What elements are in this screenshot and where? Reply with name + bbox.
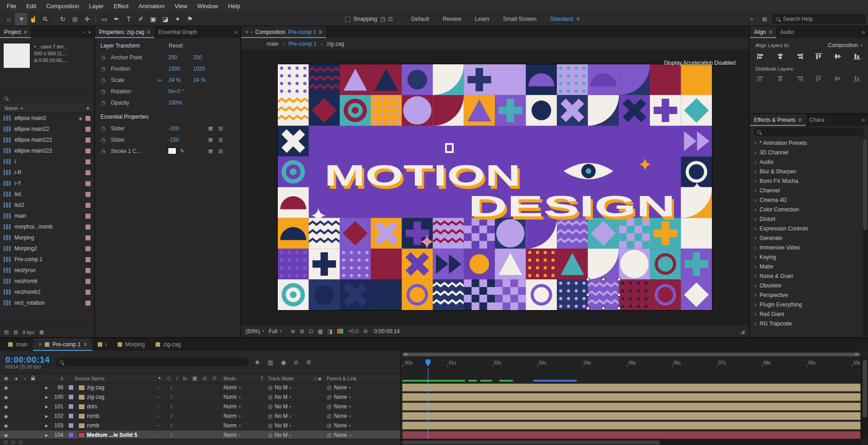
workspace-review[interactable]: Review: [436, 16, 468, 22]
expand-icon[interactable]: ›: [754, 263, 756, 270]
tab-align[interactable]: Align ≡: [750, 26, 776, 38]
expand-icon[interactable]: ›: [754, 244, 756, 251]
layer-expander[interactable]: ▸: [42, 402, 52, 411]
effects-category-audio[interactable]: ›Audio: [750, 157, 868, 167]
add-to-graph-icon[interactable]: ▦: [208, 137, 213, 143]
layer-row-102[interactable]: ◉▸102romb•/Norm▾@No M▾@None▾: [0, 412, 400, 421]
stopwatch-icon[interactable]: ◷: [101, 137, 111, 143]
effects-category-matte[interactable]: ›Matte: [750, 262, 868, 271]
effects-category-obsolete[interactable]: ›Obsolete: [750, 281, 868, 290]
tool-orbit[interactable]: ↻: [57, 13, 69, 25]
tool-camera[interactable]: ◎: [69, 13, 81, 25]
canvas-artwork[interactable]: MOTIONMOTIONDESIGNDESIGN: [278, 64, 712, 310]
menu-window[interactable]: Window: [192, 0, 223, 12]
property-value[interactable]: -150: [168, 137, 193, 143]
effects-category-noise-grain[interactable]: ›Noise & Grain: [750, 271, 868, 281]
timeline-vertical-scrollbar[interactable]: [861, 359, 868, 439]
more-workspaces-icon[interactable]: »: [746, 16, 757, 22]
effects-search-input[interactable]: [754, 128, 864, 136]
expand-icon[interactable]: ›: [754, 149, 756, 156]
column-mode[interactable]: Mode: [221, 374, 257, 383]
more-tabs-icon[interactable]: »: [85, 26, 94, 38]
blend-mode-dropdown[interactable]: Norm▾: [221, 431, 257, 439]
expand-icon[interactable]: ›: [754, 139, 756, 146]
workspace-learn[interactable]: Learn: [468, 16, 496, 22]
project-item-list2[interactable]: list2: [0, 200, 94, 211]
timeline-tab-pre-comp-1[interactable]: ×Pre-comp 1≡: [33, 338, 92, 351]
layer-bar-103[interactable]: [402, 421, 861, 430]
layer-expander[interactable]: ▸: [42, 383, 52, 392]
add-to-graph-icon[interactable]: ▦: [208, 125, 213, 131]
effects-category-perspective[interactable]: ›Perspective: [750, 290, 868, 300]
layer-name[interactable]: zig-zag: [87, 392, 154, 402]
stopwatch-icon[interactable]: ◷: [101, 66, 111, 72]
distribute-horizontal-center-button[interactable]: [775, 74, 786, 83]
label-color-chip[interactable]: [85, 181, 90, 186]
layer-visibility-toggle[interactable]: ◉: [4, 423, 8, 428]
transparency-grid-icon[interactable]: ⊞: [299, 328, 304, 335]
layer-row-104[interactable]: ◉▸104Medium ...le Solid 5•/Norm▾@No M▾@N…: [0, 431, 400, 439]
expand-icon[interactable]: ›: [754, 282, 756, 289]
blend-mode-dropdown[interactable]: Norm▾: [221, 392, 257, 402]
track-matte-value[interactable]: No M: [275, 432, 288, 438]
snap-to-features-icon[interactable]: ◳: [380, 16, 385, 22]
track-matte-value[interactable]: No M: [275, 403, 288, 410]
layer-name[interactable]: dots: [87, 402, 154, 411]
exposure-offset[interactable]: +0,0: [348, 328, 359, 335]
timeline-search-input[interactable]: [56, 358, 248, 367]
effects-category-immersive-video[interactable]: ›Immersive Video: [750, 243, 868, 252]
label-color-chip[interactable]: [85, 192, 90, 197]
tab-project[interactable]: Project ≡: [0, 26, 31, 38]
expand-icon[interactable]: ›: [754, 225, 756, 232]
parent-pickwhip-icon[interactable]: @: [327, 432, 332, 438]
snapping-control[interactable]: Snapping ◳⊡: [345, 16, 393, 22]
expand-icon[interactable]: ›: [754, 215, 756, 222]
channel-icon[interactable]: [337, 329, 343, 334]
scrollbar-thumb[interactable]: [402, 440, 660, 445]
expand-layer-switches-icon[interactable]: ◰: [4, 440, 8, 445]
menu-view[interactable]: View: [170, 0, 192, 12]
quality-switch[interactable]: /: [171, 385, 172, 390]
workspace-small-screen[interactable]: Small Screen: [496, 16, 543, 22]
quality-switch[interactable]: /: [171, 395, 172, 400]
property-value[interactable]: 250: [193, 54, 218, 61]
label-color-chip[interactable]: [85, 225, 90, 230]
property-value[interactable]: 0x+0 °: [168, 88, 193, 95]
column-name[interactable]: Name: [5, 105, 18, 111]
tab-audio[interactable]: Audio: [776, 26, 798, 38]
expand-icon[interactable]: ›: [754, 206, 756, 213]
crumb-main[interactable]: main: [267, 41, 279, 47]
project-item-pre-comp-1[interactable]: Pre-comp 1: [0, 254, 94, 265]
layer-name[interactable]: romb: [87, 412, 154, 421]
tool-shape[interactable]: ▭: [98, 13, 110, 25]
eye-column-icon[interactable]: ◉: [4, 375, 9, 381]
label-color-chip[interactable]: [85, 148, 90, 153]
matte-pickwhip-icon[interactable]: @: [268, 394, 273, 400]
panel-resize-icon[interactable]: ◢: [740, 328, 745, 335]
layer-visibility-toggle[interactable]: ◉: [4, 433, 8, 438]
layer-expander[interactable]: ▸: [42, 431, 52, 439]
project-flowchart-icon[interactable]: ▤: [4, 329, 9, 335]
new-folder-icon[interactable]: ▦: [39, 329, 44, 335]
expand-icon[interactable]: ›: [754, 158, 756, 165]
align-top-button[interactable]: [813, 52, 824, 61]
column-preserve-transparency[interactable]: T: [257, 374, 267, 383]
property-value[interactable]: 1020: [193, 66, 218, 72]
timeline-horizontal-scrollbar[interactable]: [401, 439, 861, 445]
column-track-matte[interactable]: Track Matte: [267, 374, 311, 383]
expand-icon[interactable]: ›: [754, 234, 756, 241]
distribute-bottom-button[interactable]: [852, 74, 863, 83]
more-tabs-icon[interactable]: »: [231, 26, 240, 38]
layer-row-103[interactable]: ◉▸103romb•/Norm▾@No M▾@None▾: [0, 421, 400, 431]
parent-pickwhip-icon[interactable]: @: [327, 413, 332, 419]
lock-column-icon[interactable]: [31, 376, 35, 381]
expression-icon[interactable]: ▥: [218, 148, 223, 154]
tool-pen[interactable]: ✒: [110, 13, 123, 25]
property-value[interactable]: 100%: [168, 100, 193, 106]
menu-edit[interactable]: Edit: [21, 0, 41, 12]
panel-menu-icon[interactable]: ≡: [24, 29, 27, 35]
expand-in-out-icon[interactable]: ◲: [19, 440, 23, 445]
comp-mini-flowchart-icon[interactable]: ❖: [255, 359, 260, 366]
timeline-tab-zig-zag[interactable]: zig-zag: [150, 338, 186, 351]
effects-category-generate[interactable]: ›Generate: [750, 233, 868, 243]
